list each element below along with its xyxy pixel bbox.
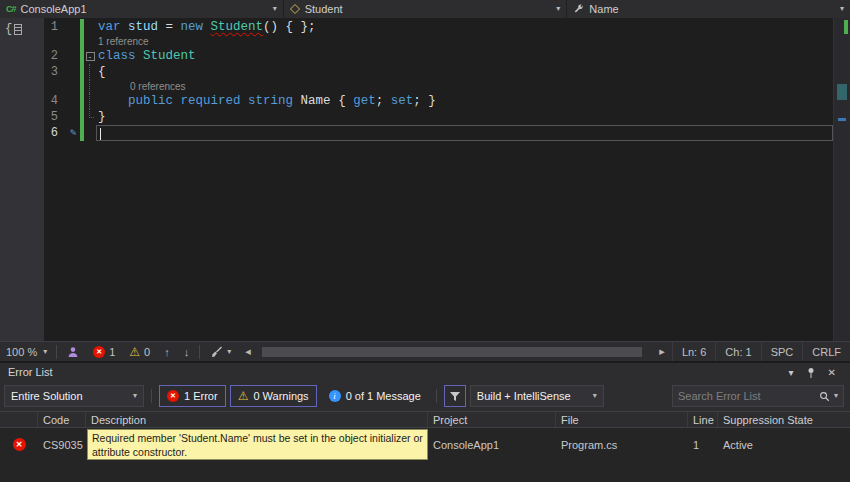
scrollbar-thumb[interactable] [837,84,847,100]
line-number [0,35,66,48]
fold-collapse-icon[interactable]: - [86,52,95,61]
panel-title: Error List [8,366,53,378]
scrollbar-thumb[interactable] [262,347,643,357]
cell-project: ConsoleApp1 [428,439,556,451]
error-list-panel: Error List ▾ ✕ Entire Solution ▾ ✕ 1 Err… [0,361,850,482]
header-icon-column[interactable] [0,412,38,427]
line-number: 3 [0,64,66,80]
header-file[interactable]: File [556,412,688,427]
code-line[interactable]: 3{ [0,64,833,80]
error-count: 1 [109,346,115,358]
code-editor[interactable]: { 1var stud = new Student() { };1 refere… [0,18,850,341]
header-line[interactable]: Line [688,412,718,427]
caret-overview-mark [838,118,846,121]
scroll-left-icon[interactable]: ◂ [238,345,258,358]
chevron-down-icon: ▾ [593,392,597,400]
type-dropdown[interactable]: Student ▾ [284,0,568,18]
line-number: 6 [0,125,66,141]
warning-count-indicator[interactable]: ⚠ 0 [122,346,157,358]
codelens-label[interactable]: 1 reference [98,36,149,47]
funnel-icon [449,391,461,402]
code-rows[interactable]: 1var stud = new Student() { };1 referenc… [0,19,833,141]
chevron-down-icon: ▾ [556,5,560,13]
warnings-filter-button[interactable]: ⚠ 0 Warnings [230,385,317,407]
error-list-body: ✕CS9035Required member 'Student.Name' mu… [0,428,850,482]
header-description[interactable]: Description [86,412,428,427]
zoom-control[interactable]: 100 % ▾ [0,342,53,361]
line-number: 4 [0,93,66,109]
type-dropdown-label: Student [305,3,343,15]
line-indicator: Ln: 6 [672,342,715,361]
cell-suppression-state: Active [718,439,850,451]
class-icon [290,4,300,14]
pin-icon[interactable] [800,367,822,378]
member-dropdown[interactable]: Name ▾ [567,0,850,18]
zoom-level: 100 % [6,346,37,358]
search-input[interactable] [678,390,815,402]
member-dropdown-label: Name [589,3,618,15]
chevron-down-icon: ▾ [227,348,231,356]
live-share-icon[interactable] [60,346,86,358]
error-icon: ✕ [167,390,179,402]
code-line[interactable]: 2-class Student [0,48,833,64]
chevron-down-icon: ▾ [133,392,137,400]
source-filter-dropdown[interactable]: Build + IntelliSense ▾ [470,385,604,407]
line-ending-indicator: CRLF [802,342,850,361]
header-suppression-state[interactable]: Suppression State [718,412,850,427]
text-cursor [100,128,101,140]
warnings-filter-label: 0 Warnings [253,390,308,402]
chevron-down-icon: ▾ [273,5,277,13]
line-number: 1 [0,19,66,35]
error-icon: ✕ [93,346,105,358]
close-icon[interactable]: ✕ [822,367,842,378]
error-list-title-bar[interactable]: Error List ▾ ✕ [0,363,850,381]
wrench-icon [573,4,584,15]
editor-status-bar: 100 % ▾ ✕ 1 ⚠ 0 ↑ ↓ ▾ ◂ ▸ Ln: 6 Ch: 1 SP… [0,341,850,361]
spaces-indicator: SPC [761,342,803,361]
scope-filter-dropdown[interactable]: Entire Solution ▾ [4,385,144,407]
code-line[interactable]: 5} [0,109,833,125]
tooltip-line: attribute constructor. [92,445,423,459]
cell-code: CS9035 [38,439,86,451]
scroll-right-icon[interactable]: ▸ [652,345,672,358]
warning-icon: ⚠ [238,390,249,402]
filter-button[interactable] [444,385,466,407]
header-project[interactable]: Project [428,412,556,427]
project-dropdown[interactable]: C# ConsoleApp1 ▾ [0,0,284,18]
code-line[interactable]: 4 public required string Name { get; set… [0,93,833,109]
visual-studio-window: C# ConsoleApp1 ▾ Student ▾ Name ▾ { 1v [0,0,850,482]
previous-issue-icon[interactable]: ↑ [157,346,177,358]
messages-filter-button[interactable]: i 0 of 1 Message [321,385,429,407]
info-icon: i [329,390,341,402]
codelens-row[interactable]: 0 references [0,80,833,93]
warning-count: 0 [144,346,150,358]
description-tooltip: Required member 'Student.Name' must be s… [87,429,428,460]
separator [56,345,57,359]
errors-filter-label: 1 Error [184,390,218,402]
editor-navigation-bar: C# ConsoleApp1 ▾ Student ▾ Name ▾ [0,0,850,18]
error-list-header: Code Description Project File Line Suppr… [0,411,850,428]
horizontal-scrollbar[interactable] [260,346,651,358]
code-line[interactable]: 1var stud = new Student() { }; [0,19,833,35]
separator [199,345,200,359]
vertical-scrollbar[interactable] [833,18,850,341]
chevron-down-icon: ▾ [840,5,844,13]
chevron-down-icon: ▾ [43,348,47,356]
codelens-label[interactable]: 0 references [98,80,186,93]
errors-filter-button[interactable]: ✕ 1 Error [159,385,226,407]
cell-file: Program.cs [556,439,688,451]
window-position-icon[interactable]: ▾ [783,367,800,378]
cell-line: 1 [688,439,718,451]
code-line[interactable]: 6✎ [0,125,833,141]
line-number: 5 [0,109,66,125]
scope-filter-label: Entire Solution [11,390,83,402]
code-cleanup-button[interactable]: ▾ [203,346,238,358]
search-icon[interactable] [819,391,830,402]
codelens-row[interactable]: 1 reference [0,35,833,48]
error-count-indicator[interactable]: ✕ 1 [86,346,122,358]
next-issue-icon[interactable]: ↓ [177,346,197,358]
edit-pencil-icon: ✎ [70,127,77,139]
header-code[interactable]: Code [38,412,86,427]
warning-icon: ⚠ [129,346,140,358]
chevron-down-icon[interactable]: ▾ [834,392,838,400]
